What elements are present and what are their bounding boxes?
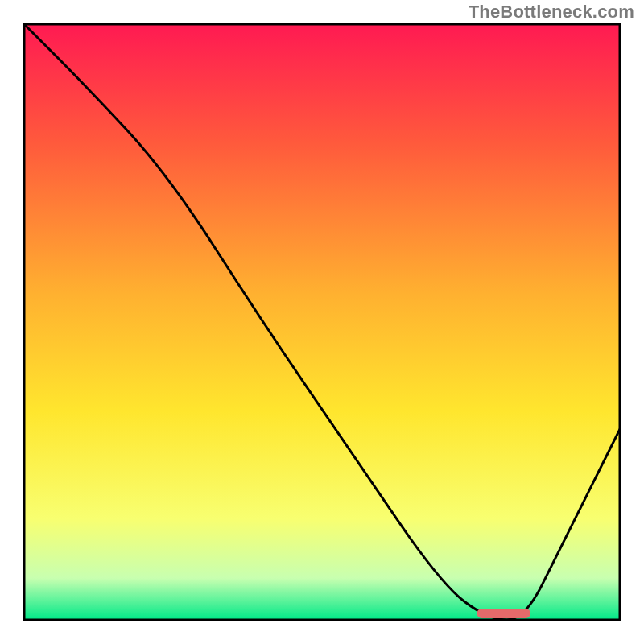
chart-container: TheBottleneck.com bbox=[0, 0, 644, 644]
plot-background bbox=[24, 24, 620, 620]
optimal-marker bbox=[477, 609, 530, 618]
bottleneck-chart bbox=[0, 0, 644, 644]
